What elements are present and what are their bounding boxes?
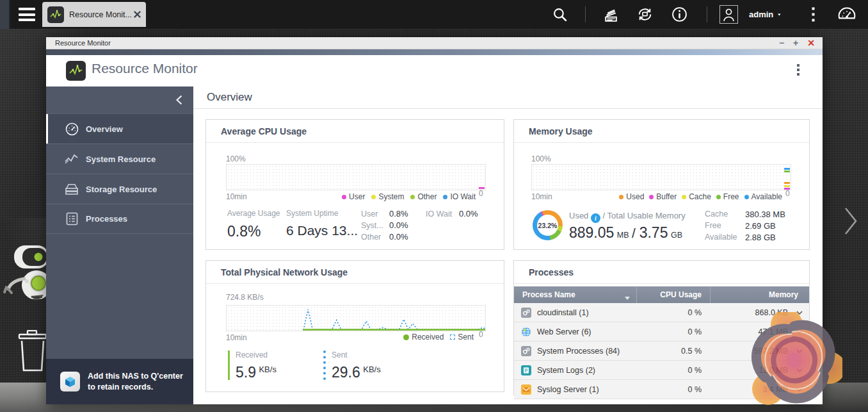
expand-row-chevron-icon[interactable] [796, 311, 803, 315]
taskbar-tab-resource-monitor[interactable]: Resource Monit... [42, 2, 146, 27]
panel-expand-chevron[interactable] [844, 206, 858, 236]
network-legend: Received Sent [403, 333, 474, 342]
expand-row-chevron-icon[interactable] [796, 349, 803, 353]
sort-caret-icon [625, 297, 630, 300]
resource-monitor-logo [66, 61, 86, 81]
sent-label: Sent [332, 350, 381, 359]
process-memory: 597.2 MB [710, 347, 809, 356]
gears-icon [521, 346, 531, 356]
globe-icon [521, 327, 531, 337]
process-row[interactable]: cloudinstall (1) 0 % 868.0 KB [514, 303, 809, 322]
window-accent-strip [46, 49, 823, 55]
sidebar-item-label: Storage Resource [86, 185, 157, 194]
search-icon[interactable] [552, 0, 567, 29]
expand-row-chevron-icon[interactable] [796, 330, 803, 334]
more-options-icon[interactable] [808, 0, 818, 29]
overview-page: Overview Average CPU Usage 100% 10min 0 … [193, 87, 823, 404]
table-header[interactable]: Process Name CPU Usage Memory [514, 286, 809, 303]
sync-icon[interactable] [635, 0, 654, 29]
process-cpu: 0 % [636, 385, 710, 394]
tab-label: Resource Monit... [69, 10, 131, 19]
sidebar-collapse-icon[interactable] [176, 95, 182, 105]
info-icon[interactable] [671, 0, 687, 29]
cpu-usage-panel: Average CPU Usage 100% 10min 0 User Syst… [205, 119, 504, 250]
cpu-panel-title: Average CPU Usage [206, 120, 504, 143]
memory-used-value: 889.05 MB / 3.75 GB [569, 224, 682, 242]
process-name: System Processes (84) [537, 347, 636, 356]
uptime-value: 6 Days 13... [286, 223, 358, 238]
cpu-legend: User System Other IO Wait [342, 192, 476, 201]
gauge-icon [65, 122, 79, 136]
process-cpu: 0 % [636, 308, 710, 317]
received-value: 5.9 [236, 364, 256, 381]
app-header: Resource Monitor [46, 55, 823, 87]
sent-value: 29.6 [332, 364, 360, 381]
taskbar-edge-panel [0, 0, 10, 29]
process-cpu: 0 % [636, 327, 710, 336]
memory-used-caption: Used i / Total Usable Memory [569, 211, 686, 223]
process-name: System Logs (2) [537, 366, 636, 375]
info-tooltip-icon[interactable]: i [591, 213, 600, 223]
sidebar-item-label: Overview [86, 124, 123, 134]
minimize-button[interactable]: − [779, 38, 784, 47]
memory-panel-title: Memory Usage [514, 120, 809, 143]
process-name: Syslog Server (1) [537, 385, 636, 394]
line-chart-icon [65, 153, 79, 165]
process-cpu: 0 % [636, 366, 710, 375]
processes-list-icon [65, 212, 79, 226]
window-titlebar[interactable]: Resource Monitor − + ✕ [46, 37, 823, 49]
trash-icon[interactable] [18, 330, 47, 372]
background-tasks-icon[interactable] [602, 0, 620, 29]
memory-chart [531, 164, 791, 190]
column-cpu-usage[interactable]: CPU Usage [636, 286, 710, 303]
page-title: Overview [207, 91, 252, 104]
tab-close-icon[interactable] [134, 11, 141, 18]
sidebar-item-system-resource[interactable]: System Resource [46, 144, 193, 174]
expand-row-chevron-icon[interactable] [796, 388, 803, 391]
sidebar-item-label: System Resource [86, 154, 156, 164]
processes-table: Process Name CPU Usage Memory cloudinsta… [514, 286, 809, 399]
process-cpu: 0.5 % [636, 347, 710, 356]
avg-usage-label: Average Usage [227, 209, 280, 218]
expand-row-chevron-icon[interactable] [796, 368, 803, 372]
received-bar [228, 350, 230, 380]
cpu-chart [226, 164, 486, 190]
resource-monitor-window: Resource Monitor − + ✕ Resource Monitor … [46, 37, 823, 404]
logs-icon [521, 365, 531, 375]
dashboard-gauge-icon[interactable] [836, 0, 858, 29]
process-name: Web Server (6) [537, 327, 636, 336]
storage-icon [65, 183, 79, 195]
process-row[interactable]: System Logs (2) 0 % 11.0 MB [514, 361, 809, 380]
app-title: Resource Monitor [92, 61, 198, 76]
user-menu[interactable]: admin [749, 0, 781, 29]
sidebar-item-overview[interactable]: Overview [46, 113, 193, 144]
close-button[interactable]: ✕ [807, 38, 815, 47]
process-memory: 868.0 KB [710, 308, 809, 317]
mail-icon [521, 384, 531, 395]
memory-legend: Used Buffer Cache Free Available [619, 192, 782, 201]
process-memory: 11.0 MB [710, 366, 809, 375]
user-avatar-icon[interactable] [719, 0, 738, 29]
process-row[interactable]: Syslog Server (1) 0 % 3.4 MB [514, 380, 809, 399]
sidebar-item-processes[interactable]: Processes [46, 204, 193, 234]
resource-monitor-app-icon [47, 6, 64, 23]
maximize-button[interactable]: + [793, 38, 798, 47]
process-row[interactable]: System Processes (84) 0.5 % 597.2 MB [514, 342, 809, 361]
app-menu-kebab-icon[interactable] [797, 64, 800, 78]
sent-bar [323, 350, 326, 380]
qcenter-banner[interactable]: Add this NAS to Q'center to retain recor… [46, 359, 193, 404]
received-label: Received [236, 350, 277, 359]
process-row[interactable]: Web Server (6) 0 % 47.1 MB [514, 322, 809, 342]
process-name: cloudinstall (1) [537, 308, 636, 317]
column-memory[interactable]: Memory [710, 286, 809, 303]
qcenter-note: Add this NAS to Q'center to retain recor… [88, 371, 183, 393]
qcenter-icon [60, 372, 80, 391]
main-menu-icon[interactable] [19, 8, 35, 21]
sidebar-header [46, 87, 193, 113]
column-process-name[interactable]: Process Name [514, 290, 636, 299]
processes-panel-title: Processes [514, 261, 809, 284]
sidebar-item-storage-resource[interactable]: Storage Resource [46, 174, 193, 204]
gears-icon [521, 308, 531, 318]
network-panel-title: Total Physical Network Usage [206, 261, 504, 284]
avg-usage-value: 0.8% [227, 223, 280, 240]
